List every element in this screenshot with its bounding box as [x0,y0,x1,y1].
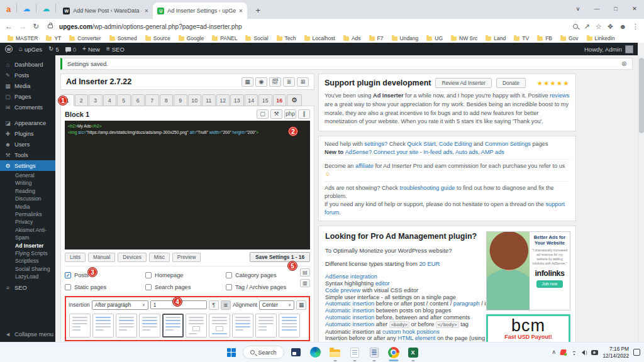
plugin-settings-icon[interactable]: ◉ [255,77,267,87]
alignment-select[interactable]: Center ∨ [259,300,294,310]
link[interactable]: AdSense? [345,149,372,155]
browser-menu-icon[interactable]: ⋮ [632,23,639,30]
pinned-tab-cloud-teal-icon[interactable]: ☁ [42,5,50,13]
block-tab-2[interactable]: 2 [75,94,89,106]
bookmark-ug[interactable]: UG [426,35,443,41]
bookmark-undang[interactable]: Undang [392,35,419,41]
admin-bar-new[interactable]: + New [82,46,100,53]
submenu-item-akismet-anti-spam[interactable]: Akismet Anti-Spam [0,226,55,242]
reload-icon[interactable]: ↻ [33,23,39,30]
checkbox-box[interactable] [145,272,152,278]
sidebar-item-settings[interactable]: ⚙Settings [0,160,55,171]
block-tab-9[interactable]: 9 [174,94,187,106]
share-icon[interactable]: ↗ [584,23,589,30]
bookmark-converter[interactable]: Converter [69,35,101,41]
submenu-item-reading[interactable]: Reading [0,187,55,195]
lock-icon[interactable] [48,25,53,28]
bookmark-localhost[interactable]: Localhost [304,35,335,41]
admin-bar-account[interactable]: Howdy, Admin [584,45,633,53]
tab-close-icon[interactable]: ✕ [145,8,149,14]
new-tab-button[interactable]: + [251,3,265,17]
position-thumbnail-6[interactable] [186,314,207,337]
position-thumbnail-2[interactable] [92,314,114,337]
bookmark-f7[interactable]: F7 [369,35,384,41]
sidebar-item-posts[interactable]: ✎Posts [0,70,55,80]
link[interactable]: In-feed ads [423,149,452,155]
sidebar-item-collapse-menu[interactable]: ◄Collapse menu [0,329,55,339]
position-thumbnail-7[interactable] [209,314,230,337]
window-maximize-button[interactable]: □ [606,0,625,18]
insertion-select[interactable]: After paragraph ∨ [92,300,148,310]
checkbox-box[interactable]: ✓ [65,272,71,278]
submenu-item-lazyload[interactable]: LazyLoad [0,273,55,280]
extensions-icon[interactable]: ❖ [608,23,614,30]
hidden-icons-chevron[interactable]: ∧ [552,349,557,355]
bookmark-fb[interactable]: FB [537,35,552,41]
submenu-item-discussion[interactable]: Discussion [0,195,55,202]
pinned-tab-cloud-blue-icon[interactable]: ☁ [23,5,30,13]
notifications-icon[interactable] [633,349,640,356]
link[interactable]: editor [375,280,390,287]
chrome-button[interactable] [386,344,401,360]
devices-button[interactable]: Devices [118,253,147,262]
bookmark-star-icon[interactable]: ☆ [596,23,602,30]
admin-bar-comments[interactable]: 0 [65,46,76,53]
bookmark-ads[interactable]: Ads [343,35,361,41]
position-thumbnail-1[interactable] [69,314,91,337]
bookmark-panel[interactable]: PANEL [212,35,237,41]
page-scrollbar[interactable] [638,43,644,342]
position-thumbnail-3[interactable] [116,314,137,337]
checkbox-static-pages[interactable]: Static pages [65,282,145,292]
block-tab-10[interactable]: 10 [188,94,202,106]
bookmark-social[interactable]: Social [245,35,268,41]
checkbox-box[interactable] [226,272,232,278]
block-tab-6[interactable]: 6 [131,94,145,106]
bookmark-linkedin[interactable]: LinkedIn [587,35,615,41]
wrench-icon[interactable]: ⚒ [270,109,282,119]
block-tab-7[interactable]: 7 [145,94,159,106]
link[interactable]: Common Settings [485,141,531,147]
checkbox-tag-archive-pages[interactable]: Tag / Archive pages [226,282,306,292]
checkbox-category-pages[interactable]: Category pages [226,270,306,280]
misc-button[interactable]: Misc [149,253,170,262]
position-thumbnail-5[interactable] [162,314,184,337]
position-thumbnail-8[interactable] [232,314,253,337]
sidebar-item-tools[interactable]: ⚒Tools [0,150,55,160]
bookmark-land[interactable]: Land [486,35,506,41]
start-button[interactable] [223,344,239,360]
submenu-item-writing[interactable]: Writing [0,179,55,187]
sidebar-item-plugins[interactable]: ✚Plugins [0,128,55,139]
taskbar-clock[interactable]: 7:16 PM 12/14/2022 [602,346,629,359]
block-tab-11[interactable]: 11 [202,94,216,106]
pause-block-icon[interactable]: ∥ [298,109,310,119]
sidebar-item-appearance[interactable]: ◪Appearance [0,118,55,128]
clipboard-icon[interactable]: ▢ [257,109,269,119]
wordpress-logo-icon[interactable]: W [5,45,13,53]
bookmark-sosmed[interactable]: Sosmed [109,35,137,41]
checkbox-box[interactable] [226,284,232,290]
checkbox-homepage[interactable]: Homepage [145,270,226,280]
link[interactable]: Automatic insertion [325,307,374,314]
camera-tray-icon[interactable] [591,350,598,355]
admin-bar-site[interactable]: ⌂ upGes [19,46,42,53]
block-tab-12[interactable]: 12 [216,94,230,106]
link[interactable]: AdSense integration [325,273,377,280]
blocks-grid-icon[interactable]: ▦ [242,77,253,87]
address-bar[interactable]: upges.com/wp-admin/options-general.php?p… [59,23,567,30]
window-minimize-button[interactable]: — [587,0,606,18]
sidebar-item-dashboard[interactable]: ⌂Dashboard [0,59,55,70]
bookmark-tv[interactable]: TV [514,35,529,41]
notepad-button[interactable] [347,344,362,360]
position-thumbnail-9[interactable] [255,314,277,337]
tab-general-settings[interactable]: ⚙ [287,94,302,106]
block-tab-15[interactable]: 15 [258,94,272,106]
bookmark-gov[interactable]: Gov [560,35,579,41]
file-explorer-button[interactable] [327,344,343,360]
donate-button[interactable]: Donate [496,78,526,88]
admin-bar-seo[interactable]: ≡ SEO [106,46,125,53]
block-tab-16[interactable]: 16 [273,94,287,106]
link[interactable]: Automatic insertion [325,314,374,321]
back-icon[interactable]: ← [5,23,13,30]
block-tab-14[interactable]: 14 [245,94,258,106]
task-view-button[interactable] [288,344,304,360]
